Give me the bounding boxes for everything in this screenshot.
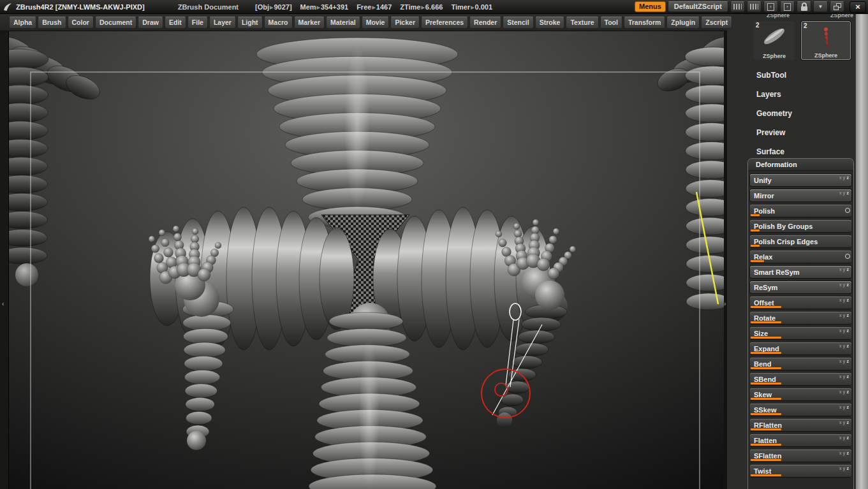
axis-x-toggle[interactable]: x <box>839 191 842 195</box>
axis-z-toggle[interactable]: z <box>847 359 850 363</box>
deformation-mirror[interactable]: Mirrorxyz <box>750 189 851 201</box>
menu-light[interactable]: Light <box>237 17 263 29</box>
axis-y-toggle[interactable]: y <box>843 267 846 272</box>
axis-y-toggle[interactable]: y <box>843 298 846 302</box>
axis-x-toggle[interactable]: x <box>839 282 842 287</box>
deformation-unify[interactable]: Unifyxyz <box>750 174 851 186</box>
axis-y-toggle[interactable]: y <box>843 175 846 180</box>
menu-tool[interactable]: Tool <box>600 17 622 29</box>
default-zscript-button[interactable]: DefaultZScript <box>668 1 728 12</box>
deformation-relax[interactable]: Relax <box>750 251 851 263</box>
deformation-twist[interactable]: Twistxyz <box>750 465 851 477</box>
palette-section-geometry[interactable]: Geometry <box>727 104 855 123</box>
axis-y-toggle[interactable]: y <box>843 420 846 425</box>
axis-z-toggle[interactable]: z <box>847 191 850 195</box>
deformation-expand[interactable]: Expandxyz <box>750 342 851 354</box>
axis-x-toggle[interactable]: x <box>839 313 842 317</box>
deformation-flatten[interactable]: Flattenxyz <box>750 434 851 446</box>
axis-z-toggle[interactable]: z <box>847 175 850 180</box>
deformation-resym[interactable]: ReSymxyz <box>750 281 851 293</box>
deformation-polish-by-groups[interactable]: Polish By Groups <box>750 220 851 232</box>
menu-transform[interactable]: Transform <box>624 17 665 29</box>
menu-render[interactable]: Render <box>469 17 501 29</box>
palette-section-subtool[interactable]: SubTool <box>727 66 855 85</box>
menu-material[interactable]: Material <box>326 17 360 29</box>
deformation-bend[interactable]: Bendxyz <box>750 358 851 370</box>
menu-stroke[interactable]: Stroke <box>535 17 565 29</box>
axis-z-toggle[interactable]: z <box>847 374 850 379</box>
menus-toggle-button[interactable]: Menus <box>635 1 666 12</box>
collapse-ui-button[interactable]: ▼ <box>813 1 828 12</box>
menu-edit[interactable]: Edit <box>165 17 186 29</box>
axis-y-toggle[interactable]: y <box>843 466 846 471</box>
axis-y-toggle[interactable]: y <box>843 313 846 317</box>
menu-document[interactable]: Document <box>95 17 136 29</box>
axis-z-toggle[interactable]: z <box>847 435 850 440</box>
axis-y-toggle[interactable]: y <box>843 344 846 348</box>
axis-x-toggle[interactable]: x <box>839 420 842 425</box>
menu-picker[interactable]: Picker <box>390 17 420 29</box>
menu-stencil[interactable]: Stencil <box>503 17 533 29</box>
deformation-rflatten[interactable]: RFlattenxyz <box>750 419 851 431</box>
alt-mode-toggle-icon[interactable] <box>845 208 850 213</box>
deformation-sbend[interactable]: SBendxyz <box>750 373 851 385</box>
axis-x-toggle[interactable]: x <box>839 298 842 302</box>
menu-color[interactable]: Color <box>68 17 94 29</box>
left-tray-collapse-icon[interactable]: ‹ <box>2 301 4 307</box>
palette-section-preview[interactable]: Preview <box>727 123 855 142</box>
axis-x-toggle[interactable]: x <box>839 466 842 471</box>
tool-thumbnail-0[interactable]: 2ZSphere <box>754 21 795 60</box>
deformation-smart-resym[interactable]: Smart ReSymxyz <box>750 266 851 278</box>
axis-z-toggle[interactable]: z <box>847 298 850 302</box>
axis-x-toggle[interactable]: x <box>839 451 842 455</box>
menu-preferences[interactable]: Preferences <box>421 17 468 29</box>
menu-zscript[interactable]: Zscript <box>701 17 732 29</box>
axis-y-toggle[interactable]: y <box>843 282 846 287</box>
axis-z-toggle[interactable]: z <box>847 451 850 455</box>
export-document-button[interactable]: › <box>780 1 795 12</box>
alt-mode-toggle-icon[interactable] <box>845 254 850 259</box>
deformation-sflatten[interactable]: SFlattenxyz <box>750 449 851 462</box>
axis-z-toggle[interactable]: z <box>847 405 850 409</box>
tray-scrub-left-button[interactable] <box>730 1 745 12</box>
axis-x-toggle[interactable]: x <box>839 435 842 440</box>
right-tray-collapse-icon[interactable]: › <box>724 301 726 307</box>
palette-section-layers[interactable]: Layers <box>727 85 855 104</box>
tray-scrub-right-button[interactable] <box>747 1 761 12</box>
tool-thumbnail-1[interactable]: 2ZSphere <box>801 21 851 60</box>
axis-y-toggle[interactable]: y <box>843 374 846 379</box>
axis-x-toggle[interactable]: x <box>839 175 842 180</box>
deformation-polish[interactable]: Polish <box>750 205 851 217</box>
deformation-polish-crisp-edges[interactable]: Polish Crisp Edges <box>750 235 851 247</box>
menu-file[interactable]: File <box>188 17 208 29</box>
axis-z-toggle[interactable]: z <box>847 313 850 317</box>
deformation-rotate[interactable]: Rotatexyz <box>750 312 851 324</box>
axis-x-toggle[interactable]: x <box>839 390 842 394</box>
close-window-button[interactable]: × <box>850 1 866 13</box>
axis-x-toggle[interactable]: x <box>839 267 842 272</box>
axis-y-toggle[interactable]: y <box>843 390 846 394</box>
axis-z-toggle[interactable]: z <box>847 282 850 287</box>
axis-y-toggle[interactable]: y <box>843 191 846 195</box>
viewport-canvas[interactable] <box>9 31 724 489</box>
axis-z-toggle[interactable]: z <box>847 390 850 394</box>
axis-y-toggle[interactable]: y <box>843 328 846 333</box>
axis-z-toggle[interactable]: z <box>847 267 850 272</box>
deformation-header[interactable]: Deformation <box>748 159 853 171</box>
menu-draw[interactable]: Draw <box>138 17 163 29</box>
menu-brush[interactable]: Brush <box>38 17 66 29</box>
axis-z-toggle[interactable]: z <box>847 328 850 333</box>
axis-z-toggle[interactable]: z <box>847 420 850 425</box>
lock-button[interactable] <box>797 1 811 12</box>
deformation-sskew[interactable]: SSkewxyz <box>750 404 851 416</box>
axis-z-toggle[interactable]: z <box>847 344 850 348</box>
axis-x-toggle[interactable]: x <box>839 359 842 363</box>
menu-alpha[interactable]: Alpha <box>9 17 36 29</box>
axis-x-toggle[interactable]: x <box>839 405 842 409</box>
axis-x-toggle[interactable]: x <box>839 374 842 379</box>
deformation-offset[interactable]: Offsetxyz <box>750 296 851 309</box>
axis-x-toggle[interactable]: x <box>839 344 842 348</box>
axis-y-toggle[interactable]: y <box>843 405 846 409</box>
axis-y-toggle[interactable]: y <box>843 451 846 455</box>
deformation-size[interactable]: Sizexyz <box>750 327 851 339</box>
